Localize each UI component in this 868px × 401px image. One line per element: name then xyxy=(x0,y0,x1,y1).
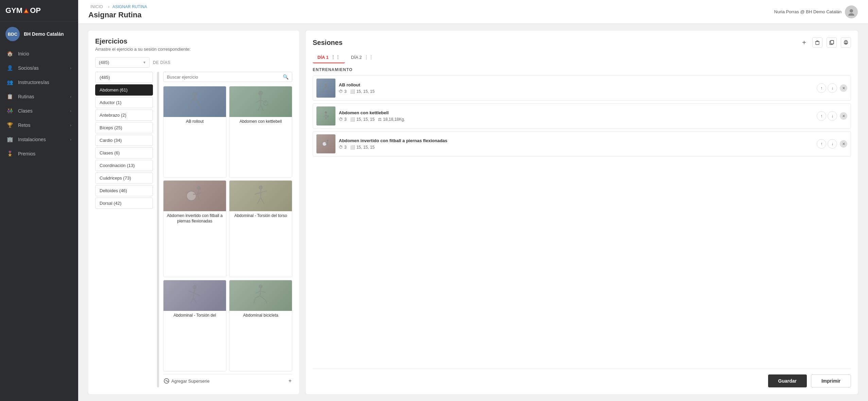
category-item-biceps[interactable]: Bíceps (25) xyxy=(95,122,153,133)
print-button[interactable]: Imprimir xyxy=(811,374,851,387)
tab-dia2[interactable]: DÍA 2 ⋮⋮ xyxy=(346,52,378,63)
sidebar-item-inicio[interactable]: 🏠 Inicio xyxy=(0,47,78,61)
chevron-icon-clases: › xyxy=(70,109,71,113)
exercise-card-name-ab-rollout: AB rollout xyxy=(163,117,226,127)
tab-dia1[interactable]: DÍA 1 ⋮⋮ xyxy=(313,52,345,63)
user-icon xyxy=(848,8,855,16)
svg-line-28 xyxy=(261,191,267,193)
page-title: Asignar Rutina xyxy=(88,11,147,19)
svg-line-13 xyxy=(256,100,261,103)
category-item-cuadriceps[interactable]: Cuádriceps (73) xyxy=(95,172,153,184)
category-item-clases[interactable]: Clases (6) xyxy=(95,147,153,158)
svg-line-61 xyxy=(324,115,326,116)
remove-button-abdomen-kettlebell[interactable]: ✕ xyxy=(840,112,847,120)
nav-label-rutinas: Rutinas xyxy=(18,94,34,99)
tab-dots-icon-dia2: ⋮⋮ xyxy=(364,54,374,60)
sets-icon-abdomen-fitball: ⏱ xyxy=(339,145,343,150)
exercise-card-name-abdominal-bicicleta: Abdominal bicicleta xyxy=(229,311,292,320)
sidebar-item-premios[interactable]: 🎖️ Premios xyxy=(0,147,78,161)
exercise-card-img-abdominal-torsion xyxy=(229,181,292,211)
category-item-cardio[interactable]: Cardio (34) xyxy=(95,135,153,146)
svg-line-36 xyxy=(193,298,197,303)
exercise-card-ab-rollout[interactable]: AB rollout xyxy=(163,86,226,178)
move-up-button-abdomen-fitball[interactable]: ↑ xyxy=(817,139,826,149)
exercises-body: (485)Abdomen (61)Aductor (1)Antebrazo (2… xyxy=(95,72,292,387)
session-exercise-row-abdomen-kettlebell: Abdomen con kettlebell ⏱ 3 ⬜ 15, 15, 15 … xyxy=(313,103,851,129)
nav-item-left-premios: 🎖️ Premios xyxy=(7,151,35,157)
panel-footer: Guardar Imprimir xyxy=(313,369,851,387)
category-item-abdomen[interactable]: Abdomen (61) xyxy=(95,84,153,96)
reps-icon-ab-rollout: ⬜ xyxy=(350,89,355,94)
logo-text: GYM OP xyxy=(5,6,41,15)
nav-item-left-socios: 👤 Socios/as xyxy=(7,65,39,71)
session-add-button[interactable]: + xyxy=(800,39,808,47)
breadcrumb-current[interactable]: ASIGNAR RUTINA xyxy=(112,4,147,9)
weight-icon-abdomen-kettlebell: ⚖ xyxy=(378,117,382,122)
move-down-button-abdomen-fitball[interactable]: ↓ xyxy=(828,139,837,149)
trash-icon xyxy=(815,40,820,45)
reps-value-abdomen-fitball: 15, 15, 15 xyxy=(357,145,375,150)
chevron-icon-instalaciones: › xyxy=(70,137,71,141)
session-print-button[interactable] xyxy=(841,37,851,48)
session-copy-button[interactable] xyxy=(827,37,837,48)
sets-icon-abdomen-kettlebell: ⏱ xyxy=(339,117,343,122)
remove-button-abdomen-fitball[interactable]: ✕ xyxy=(840,140,847,148)
svg-line-64 xyxy=(326,117,327,120)
premios-icon: 🎖️ xyxy=(7,151,13,157)
category-item-antebrazo[interactable]: Antebrazo (2) xyxy=(95,110,153,121)
svg-point-52 xyxy=(325,84,327,86)
session-exercise-name-abdomen-fitball: Abdomen invertido con fitball a piernas … xyxy=(339,138,813,143)
exercise-grid-area: 🔍 AB rollout Abdomen con kettlebell xyxy=(163,72,292,387)
category-item-aductor[interactable]: Aductor (1) xyxy=(95,97,153,108)
exercise-card-abdominal-bicicleta[interactable]: Abdominal bicicleta xyxy=(229,280,292,371)
exercise-card-abdomen-fitball[interactable]: Abdomen invertido con fitball a piernas … xyxy=(163,180,226,277)
sidebar-item-clases[interactable]: 👫 Clases › xyxy=(0,104,78,118)
svg-line-42 xyxy=(260,291,265,293)
reps-value-ab-rollout: 15, 15, 15 xyxy=(357,89,375,94)
weight-meta-abdomen-kettlebell: ⚖ 18,18,18Kg. xyxy=(378,117,405,122)
move-down-button-abdomen-kettlebell[interactable]: ↓ xyxy=(828,111,837,121)
svg-line-29 xyxy=(257,198,261,204)
category-list: (485)Abdomen (61)Aductor (1)Antebrazo (2… xyxy=(95,72,153,387)
print-icon xyxy=(844,40,848,45)
session-exercise-controls-abdomen-fitball: ↑ ↓ ✕ xyxy=(817,139,847,149)
top-controls: (485) ▼ DE DÍAS xyxy=(95,57,292,68)
add-superserie[interactable]: Agregar Superserie + xyxy=(163,374,292,387)
save-button[interactable]: Guardar xyxy=(768,374,807,387)
exercises-dropdown[interactable]: (485) xyxy=(95,57,150,68)
category-item-all[interactable]: (485) xyxy=(95,72,153,83)
sets-value-abdomen-kettlebell: 3 xyxy=(344,117,347,122)
sidebar: GYM OP BDC BH Demo Catalán 🏠 Inicio 👤 So… xyxy=(0,0,78,401)
exercise-card-abdominal-torsion[interactable]: Abdominal - Torsión del torso xyxy=(229,180,292,277)
svg-point-4 xyxy=(192,91,197,96)
svg-line-44 xyxy=(265,300,267,303)
svg-point-68 xyxy=(327,140,329,141)
move-up-button-abdomen-kettlebell[interactable]: ↑ xyxy=(817,111,826,121)
session-delete-button[interactable] xyxy=(812,37,822,48)
move-down-button-ab-rollout[interactable]: ↓ xyxy=(828,83,837,93)
move-up-button-ab-rollout[interactable]: ↑ xyxy=(817,83,826,93)
breadcrumb-home[interactable]: INICIO xyxy=(90,4,103,9)
remove-button-ab-rollout[interactable]: ✕ xyxy=(840,84,847,92)
exercise-card-img-abdomen-fitball xyxy=(163,181,226,211)
sidebar-item-instructores[interactable]: 👥 Instructores/as xyxy=(0,75,78,89)
search-input[interactable] xyxy=(167,74,283,80)
clases-icon: 👫 xyxy=(7,108,13,114)
session-exercise-name-abdomen-kettlebell: Abdomen con kettlebell xyxy=(339,110,813,115)
session-section-title: ENTRENAMIENTO xyxy=(313,67,851,72)
sidebar-item-socios[interactable]: 👤 Socios/as › xyxy=(0,61,78,75)
exercise-card-name-abdominal-torsion: Abdominal - Torsión del torso xyxy=(229,211,292,221)
category-item-dorsal[interactable]: Dorsal (42) xyxy=(95,198,153,209)
resize-divider[interactable] xyxy=(157,72,159,387)
exercise-card-abdomen-kettlebell[interactable]: Abdomen con kettlebell xyxy=(229,86,292,178)
category-item-deltoides[interactable]: Deltoides (46) xyxy=(95,185,153,196)
copy-icon xyxy=(829,40,834,45)
sidebar-item-retos[interactable]: 🏆 Retos › xyxy=(0,118,78,132)
nav-label-socios: Socios/as xyxy=(18,65,39,71)
category-item-coordinacion[interactable]: Coordinación (13) xyxy=(95,160,153,171)
exercise-card-abdominal-torsion2[interactable]: Abdominal - Torsión del xyxy=(163,280,226,371)
svg-line-30 xyxy=(261,198,264,204)
session-exercise-controls-ab-rollout: ↑ ↓ ✕ xyxy=(817,83,847,93)
sidebar-item-rutinas[interactable]: 📋 Rutinas › xyxy=(0,89,78,104)
sidebar-item-instalaciones[interactable]: 🏢 Instalaciones › xyxy=(0,132,78,147)
